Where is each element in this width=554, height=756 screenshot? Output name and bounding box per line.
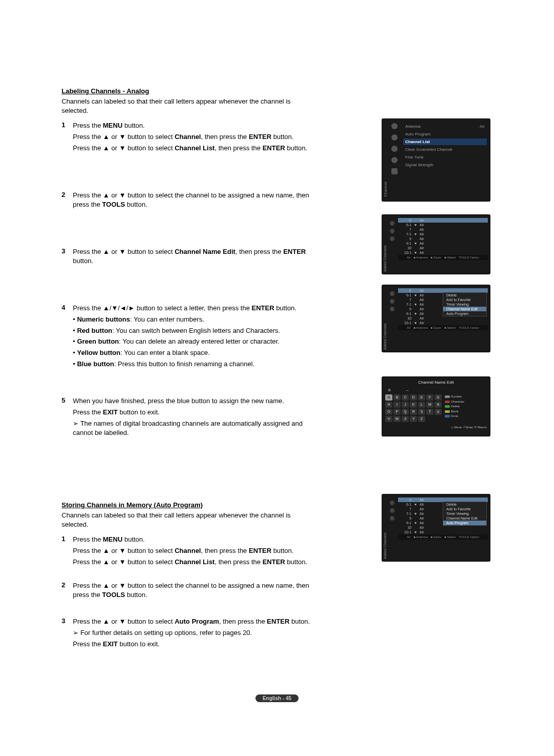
s1-step1: 1 Press the MENU button. Press the ▲ or … xyxy=(62,121,323,155)
page-footer: English - 45 xyxy=(0,694,554,702)
s2-step2: 2 Press the ▲ or ▼ button to select the … xyxy=(62,581,323,602)
menu-channel-list: Channel List xyxy=(403,138,487,145)
section1-intro: Channels can labeled so that their call … xyxy=(62,97,318,115)
section1-heading: Labeling Channels - Analog xyxy=(62,87,492,95)
screenshot-channel-menu: Channel Antenna: Air Auto Program Channe… xyxy=(382,119,490,201)
s1-step2: 2 Press the ▲ or ▼ button to select the … xyxy=(62,191,323,211)
screenshot-channel-name-edit: Channel Name Edit 6-- ABCDEFGHIJKLMNOPQR… xyxy=(382,377,490,436)
step-number: 1 xyxy=(62,121,73,155)
step-number: 1 xyxy=(62,535,73,569)
antenna-icon xyxy=(391,123,398,129)
step-number: 3 xyxy=(62,617,73,651)
settings-icon xyxy=(391,146,398,152)
misc-icon xyxy=(391,168,398,174)
section2-intro: Channels can labeled so that their call … xyxy=(62,511,318,529)
step-number: 2 xyxy=(62,191,73,211)
s2-step3: 3 Press the ▲ or ▼ button to select Auto… xyxy=(62,617,323,651)
step-number: 2 xyxy=(62,581,73,602)
menu-fine-tune: Fine Tune xyxy=(403,154,487,161)
signal-icon xyxy=(391,157,398,163)
screenshot-channel-list: Added Channels6Air6-1♥Air7Air7-1♥Air9Air… xyxy=(382,215,490,274)
menu-antenna: Antenna: Air xyxy=(403,123,487,130)
s1-step5: 5 When you have finished, press the blue… xyxy=(62,396,323,440)
step-number: 4 xyxy=(62,304,73,371)
legend: NumberCharacterDeleteBlankDone xyxy=(445,394,464,422)
screenshot-channel-list-popup-name-edit: Added Channels6Air6-1♥Air7Air7-1♥Air9Air… xyxy=(382,285,490,352)
menu-signal-strength: Signal Strength xyxy=(403,162,487,168)
step-number: 3 xyxy=(62,247,73,268)
menu-auto-program: Auto Program xyxy=(403,131,487,137)
step-number: 5 xyxy=(62,396,73,440)
s1-step4: 4 Press the ▲/▼/◄/► button to select a l… xyxy=(62,304,323,371)
gear-icon xyxy=(391,134,398,141)
s1-step3: 3 Press the ▲ or ▼ button to select Chan… xyxy=(62,247,323,268)
menu-clear-scrambled: Clear Scrambled Channel xyxy=(403,146,487,153)
letter-grid: ABCDEFGHIJKLMNOPQRSTUVWXYZ xyxy=(385,394,442,422)
s2-step1: 1 Press the MENU button. Press the ▲ or … xyxy=(62,535,323,569)
screenshot-channel-list-popup-auto-program: Added Channels6Air6-1♥Air7Air7-1♥Air9Air… xyxy=(382,494,490,561)
